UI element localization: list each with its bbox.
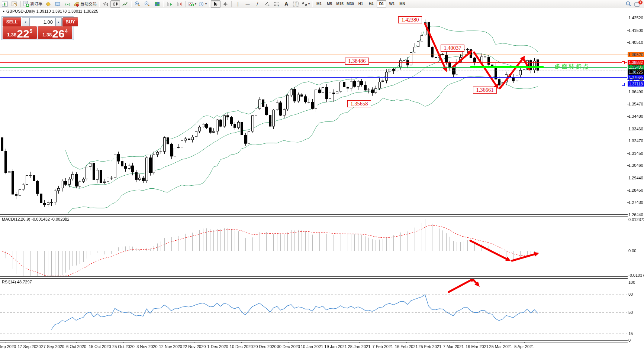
add-indicator-button[interactable]: ▾	[187, 0, 197, 8]
trend-note-text[interactable]: 多空转折点	[555, 63, 590, 70]
hline-1.38882[interactable]	[0, 62, 627, 63]
hline-tool-button[interactable]: —	[243, 0, 252, 8]
bar-chart-button[interactable]	[101, 0, 110, 8]
sell-button[interactable]: SELL	[3, 17, 21, 26]
rsi-pane-separator[interactable]	[0, 276, 628, 279]
price-callout-1.42380[interactable]: 1.42380	[398, 16, 422, 23]
autotrade-button[interactable]: 自动交易	[73, 0, 98, 8]
price-callout-1.36661[interactable]: 1.36661	[473, 87, 497, 94]
bar-chart-icon	[103, 1, 109, 7]
price-callout-1.35658[interactable]: 1.35658	[347, 100, 371, 107]
volume-down-button[interactable]: ▼	[22, 17, 29, 26]
symbol-ohlc-line[interactable]: ▲ GBPUSD-,Daily 1.39110 1.39178 1.38011 …	[2, 9, 98, 13]
new-order-button[interactable]: 新订单	[22, 0, 44, 8]
date-axis-separator	[0, 340, 628, 342]
price-axis-label-1.34480: 1.34480	[628, 114, 643, 118]
price-axis-label-1.26440: 1.26440	[628, 212, 643, 217]
candle-chart-button[interactable]	[110, 0, 120, 8]
svg-text:T: T	[295, 2, 297, 6]
date-axis-label: 19 Jan 2021	[324, 344, 347, 349]
zoom-out-icon	[144, 1, 150, 7]
date-axis-label: 5 Apr 2021	[514, 344, 534, 349]
tile-windows-icon	[154, 1, 160, 7]
chart-shift-button[interactable]	[174, 0, 184, 8]
timeframe-mn[interactable]: MN	[397, 0, 407, 7]
arrows-caret-icon: ▾	[308, 2, 310, 6]
cursor-button[interactable]	[211, 0, 220, 8]
buy-price-box[interactable]: 1.38 26 4	[38, 26, 72, 39]
trendline-icon: /	[257, 2, 258, 6]
timeframe-m30[interactable]: M30	[345, 0, 355, 7]
line-chart-button[interactable]	[120, 0, 130, 8]
add-indicator-icon	[188, 1, 194, 7]
price-badge-1.38882: 1.38882	[628, 60, 644, 65]
buy-button[interactable]: BUY	[62, 17, 78, 26]
hline-1.37665[interactable]	[0, 77, 627, 78]
market-watch-button[interactable]	[53, 0, 63, 8]
price-axis-label-1.38510: 1.38510	[628, 65, 643, 69]
macd-pane-separator[interactable]	[0, 214, 628, 217]
timeframe-w1[interactable]: W1	[387, 0, 397, 7]
collapse-arrow-icon[interactable]: ▲	[2, 10, 5, 13]
notifications-button[interactable]: 1	[634, 1, 642, 7]
new-chart-icon	[2, 1, 8, 7]
volume-up-button[interactable]: ▲	[55, 17, 62, 26]
rsi-axis-label-0: 0	[628, 338, 631, 342]
date-axis-label: 30 Dec 2020	[277, 344, 300, 349]
auto-scroll-button[interactable]	[165, 0, 174, 8]
timeframe-m5[interactable]: M5	[325, 0, 334, 7]
price-axis-label-1.40510: 1.40510	[628, 40, 643, 45]
arrows-icon	[302, 1, 307, 7]
date-axis-label: 25 Mar 2021	[489, 344, 512, 349]
hline-1.37118[interactable]	[0, 84, 627, 84]
chart-window: ▲ GBPUSD-,Daily 1.39110 1.39178 1.38011 …	[0, 8, 644, 351]
date-axis-label: 15 Oct 2020	[89, 344, 111, 349]
timeframe-h1[interactable]: H1	[356, 0, 366, 7]
text-tool-button[interactable]: A	[281, 0, 291, 8]
fibonacci-icon: F	[274, 1, 280, 7]
price-callout-1.40037[interactable]: 1.40037	[441, 45, 464, 52]
chart-canvas[interactable]	[0, 8, 644, 351]
profiles-button[interactable]	[10, 0, 19, 8]
label-tool-button[interactable]: T	[291, 0, 301, 8]
arrows-tool-button[interactable]: ▾	[301, 0, 311, 8]
crosshair-button[interactable]	[220, 0, 230, 8]
timeframe-d1[interactable]: D1	[377, 0, 386, 7]
signals-button[interactable]	[63, 0, 73, 8]
date-axis-label: 28 Jan 2021	[348, 344, 371, 349]
price-callout-1.38486[interactable]: 1.38486	[345, 58, 369, 65]
chart-list-button[interactable]	[44, 0, 53, 8]
date-axis-label: 10 Jan 2021	[301, 344, 323, 349]
price-axis-label-1.37480: 1.37480	[628, 77, 643, 82]
price-badge-1.38225: 1.38225	[628, 69, 644, 75]
fibonacci-tool-button[interactable]: F	[272, 0, 281, 8]
macd-label: MACD(12,26,9) -0.001432 -0.002882	[2, 217, 70, 221]
new-chart-button[interactable]	[0, 0, 10, 8]
sell-price-box[interactable]: 1.38 22 5	[3, 26, 37, 39]
vline-tool-button[interactable]: |	[233, 0, 243, 8]
price-axis-label-1.32470: 1.32470	[628, 139, 643, 143]
price-axis-label-1.36490: 1.36490	[628, 90, 643, 94]
rsi-label: RSI(14) 48.7297	[2, 280, 32, 284]
zoom-out-button[interactable]	[142, 0, 152, 8]
hline-handle-1.38882[interactable]	[622, 61, 625, 64]
hline-1.38225[interactable]	[0, 71, 627, 71]
timeframe-m1[interactable]: M1	[314, 0, 324, 7]
timeframe-h4[interactable]: H4	[366, 0, 376, 7]
period-button[interactable]: ▾	[197, 0, 208, 8]
tile-windows-button[interactable]	[152, 0, 162, 8]
zoom-in-button[interactable]	[133, 0, 142, 8]
timeframe-m15[interactable]: M15	[335, 0, 345, 7]
hline-1.39520[interactable]	[0, 55, 627, 55]
text-icon: A	[284, 2, 288, 6]
hline-handle-1.37118[interactable]	[622, 83, 625, 86]
channel-tool-button[interactable]: E	[262, 0, 272, 8]
search-icon[interactable]	[625, 1, 631, 7]
date-axis-label: 17 Sep 2020	[17, 344, 41, 349]
vline-icon: |	[237, 2, 239, 6]
volume-input[interactable]	[29, 17, 55, 26]
line-chart-icon	[122, 1, 128, 7]
support-line-thick[interactable]	[470, 66, 544, 68]
trendline-tool-button[interactable]: /	[252, 0, 262, 8]
sell-price-small: 1.38	[7, 32, 16, 38]
